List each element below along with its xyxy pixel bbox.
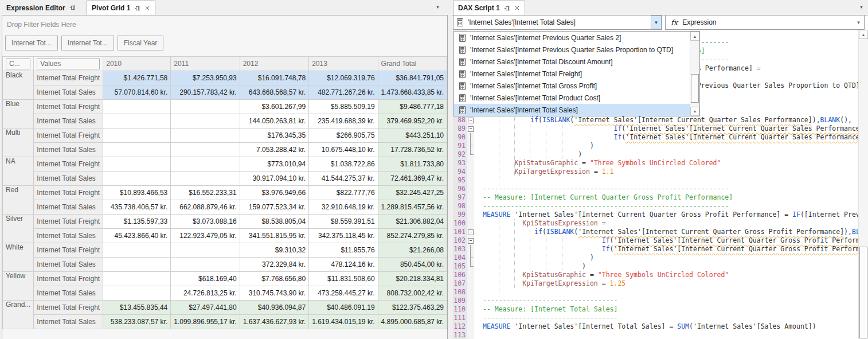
pivot-cell[interactable]: 30.917.094,10 kr. [240, 172, 308, 186]
pivot-cell[interactable]: $36.841.791,05 [378, 71, 447, 85]
pivot-cell[interactable]: $27.497.441,80 [171, 301, 240, 315]
pivot-row-group-label[interactable]: NA [3, 157, 34, 186]
expression-selector-combo[interactable]: fx Expression ▼ [665, 15, 865, 30]
pivot-row-group-label[interactable]: Black [3, 71, 34, 100]
editor-vertical-scrollbar[interactable]: ▲ [858, 30, 868, 339]
code-line[interactable]: ) [483, 142, 868, 150]
pivot-cell[interactable]: 7.053.288,42 kr. [240, 143, 308, 157]
code-line[interactable]: KpiStatusGraphic = "Three Symbols UnCirc… [483, 271, 868, 279]
pivot-cell[interactable]: 478.124,16 kr. [309, 258, 378, 272]
pivot-row-group-label[interactable]: Grand... [3, 301, 34, 329]
pivot-cell[interactable]: $3.976.949,66 [240, 186, 308, 200]
pivot-cell[interactable]: 45.423.866,40 kr. [103, 229, 171, 243]
pivot-cell[interactable]: $9.486.777,18 [378, 100, 447, 114]
scroll-up-button[interactable]: ▲ [859, 30, 868, 39]
dropdown-item[interactable]: 'Internet Sales'[Internet Total Product … [454, 92, 699, 104]
column-header-2011[interactable]: 2011 [171, 57, 240, 71]
pivot-cell[interactable]: 32.910.648,19 kr. [309, 200, 378, 215]
pivot-cell[interactable]: $16.091.748,78 [240, 71, 308, 85]
pivot-cell[interactable]: 1.289.815.457,56 kr. [378, 200, 447, 215]
pivot-cell[interactable] [171, 172, 240, 186]
pin-icon[interactable] [134, 5, 140, 11]
pivot-measure-label[interactable]: Internet Total Sales [34, 114, 103, 128]
pivot-cell[interactable]: 643.668.568,57 kr. [240, 85, 308, 100]
code-line[interactable]: ) [483, 150, 868, 159]
pivot-cell[interactable]: 662.088.879,46 kr. [171, 200, 240, 215]
pivot-cell[interactable]: $8.538.805,04 [240, 215, 308, 229]
scrollbar-thumb[interactable] [859, 247, 867, 338]
pivot-measure-label[interactable]: Internet Total Freight [34, 215, 103, 229]
pivot-cell[interactable]: $176.345,35 [240, 128, 308, 143]
pivot-measure-label[interactable]: Internet Total Sales [34, 315, 103, 329]
tab-pivot-grid-1[interactable]: Pivot Grid 1 [87, 1, 155, 15]
pivot-measure-label[interactable]: Internet Total Sales [34, 229, 103, 243]
pivot-cell[interactable]: 473.259.445,27 kr. [309, 286, 378, 301]
pivot-cell[interactable]: $443.251,10 [378, 128, 447, 143]
pivot-measure-label[interactable]: Internet Total Freight [34, 243, 103, 258]
code-line[interactable]: KpiStatusExpression = [483, 219, 868, 228]
pivot-measure-label[interactable]: Internet Total Freight [34, 128, 103, 143]
filter-field-button[interactable]: Internet Tot... [5, 36, 58, 50]
pivot-row-group-label[interactable]: Multi [3, 128, 34, 157]
code-line[interactable]: MEASURE 'Internet Sales'[Internet Curren… [483, 211, 868, 219]
pivot-cell[interactable] [171, 258, 240, 272]
pivot-cell[interactable] [103, 114, 171, 128]
pivot-cell[interactable] [171, 100, 240, 114]
pivot-cell[interactable]: 144.050.263,81 kr. [240, 114, 308, 128]
pivot-cell[interactable]: 41.544.275,37 kr. [309, 172, 378, 186]
pivot-cell[interactable] [171, 243, 240, 258]
code-line[interactable]: ----------------------------------------… [483, 185, 868, 193]
pivot-cell[interactable]: 17.728.736,52 kr. [378, 143, 447, 157]
pivot-cell[interactable] [171, 157, 240, 172]
pivot-cell[interactable]: $21.266,08 [378, 243, 447, 258]
pivot-cell[interactable] [103, 100, 171, 114]
pivot-cell[interactable] [171, 114, 240, 128]
code-line[interactable]: ) [483, 262, 868, 271]
pivot-cell[interactable]: $10.893.466,53 [103, 186, 171, 200]
pivot-cell[interactable]: 482.771.267,26 kr. [309, 85, 378, 100]
scrollbar-thumb[interactable] [691, 74, 699, 103]
pivot-measure-label[interactable]: Internet Total Freight [34, 272, 103, 286]
pivot-cell[interactable] [103, 172, 171, 186]
column-header-2010[interactable]: 2010 [103, 57, 171, 71]
close-icon[interactable] [144, 5, 150, 11]
pivot-cell[interactable] [171, 143, 240, 157]
dropdown-item[interactable]: 'Internet Sales'[Internet Total Freight] [454, 68, 699, 80]
pivot-cell[interactable] [103, 272, 171, 286]
pivot-cell[interactable]: $7.253.950,93 [171, 71, 240, 85]
pivot-row-group-label[interactable]: Silver [3, 215, 34, 243]
dropdown-item[interactable]: 'Internet Sales'[Internet Total Discount… [454, 56, 699, 68]
pivot-cell[interactable]: 342.375.118,45 kr. [309, 229, 378, 243]
pivot-cell[interactable]: $20.218.334,81 [378, 272, 447, 286]
code-line[interactable]: -- Measure: [Internet Total Sales] [483, 305, 868, 314]
pivot-measure-label[interactable]: Internet Total Sales [34, 258, 103, 272]
close-icon[interactable] [514, 5, 520, 11]
filter-field-button[interactable]: Fiscal Year [118, 36, 164, 50]
pivot-measure-label[interactable]: Internet Total Sales [34, 143, 103, 157]
pivot-cell[interactable]: $122.375.463,29 [378, 301, 447, 315]
pivot-cell[interactable] [103, 258, 171, 272]
pivot-cell[interactable]: 1.099.896.955,17 kr. [171, 315, 240, 329]
fold-collapse-button[interactable] [467, 228, 474, 236]
pivot-cell[interactable]: 122.923.479,05 kr. [171, 229, 240, 243]
code-line[interactable]: KpiTargetExpression = 1.1 [483, 167, 868, 176]
code-line[interactable] [483, 331, 868, 339]
code-line[interactable]: ---------------------------------- [483, 314, 868, 322]
pivot-cell[interactable]: $266.905,75 [309, 128, 378, 143]
code-line[interactable]: ) [483, 254, 868, 262]
pivot-cell[interactable]: $1.135.597,33 [103, 215, 171, 229]
pivot-measure-label[interactable]: Internet Total Freight [34, 157, 103, 172]
pivot-measure-label[interactable]: Internet Total Freight [34, 186, 103, 200]
pivot-cell[interactable] [103, 286, 171, 301]
pivot-cell[interactable] [103, 128, 171, 143]
values-field-button[interactable]: Values [37, 59, 100, 69]
code-line[interactable]: if(ISBLANK('Internet Sales'[Internet Cur… [483, 228, 868, 236]
pivot-cell[interactable]: 1.619.434.015,19 kr. [309, 315, 378, 329]
pivot-cell[interactable]: 341.551.815,95 kr. [240, 229, 308, 243]
pivot-measure-label[interactable]: Internet Total Freight [34, 301, 103, 315]
column-header-2013[interactable]: 2013 [309, 57, 378, 71]
code-line[interactable]: ----------------------------------------… [483, 202, 868, 211]
pivot-cell[interactable] [103, 243, 171, 258]
pivot-cell[interactable]: $32.245.427,25 [378, 186, 447, 200]
pivot-cell[interactable]: $618.169,40 [171, 272, 240, 286]
